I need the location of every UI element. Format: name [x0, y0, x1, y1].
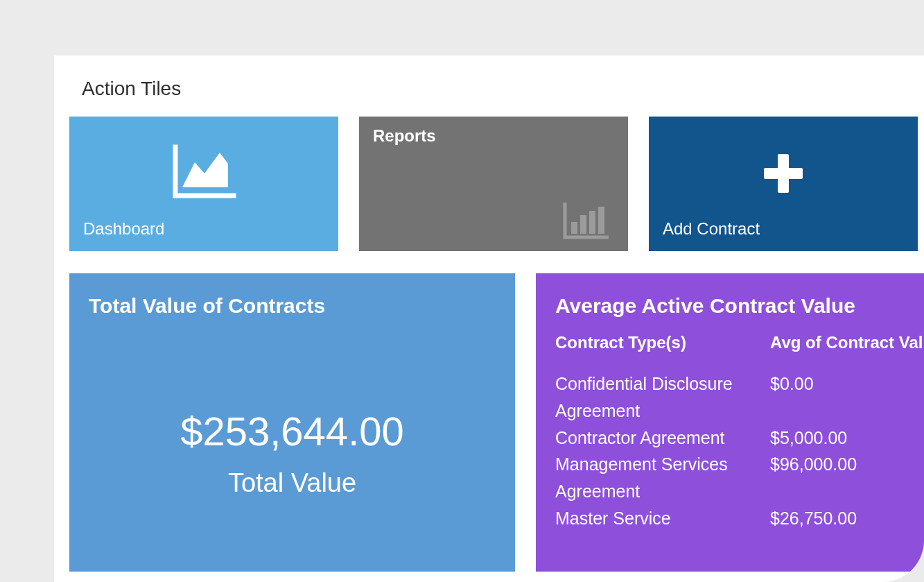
table-row: Confidential Disclosure Agreement $0.00	[555, 370, 905, 425]
reports-tile[interactable]: Reports	[359, 117, 628, 251]
stats-cards-row: Total Value of Contracts $253,644.00 Tot…	[54, 251, 924, 572]
total-value-amount: $253,644.00	[89, 408, 496, 454]
svg-rect-2	[589, 211, 595, 234]
svg-rect-3	[598, 207, 604, 234]
plus-icon	[761, 151, 805, 196]
add-contract-tile[interactable]: Add Contract	[649, 117, 918, 251]
action-tiles-row: Dashboard Reports	[54, 117, 924, 251]
section-title: Action Tiles	[54, 55, 924, 117]
row-value: $0.00	[770, 370, 905, 425]
row-value: $5,000.00	[770, 425, 905, 452]
table-row: Management Services Agreement $96,000.00	[555, 451, 905, 505]
row-type: Master Service	[555, 505, 770, 532]
area-chart-icon	[171, 144, 236, 203]
dashboard-tile[interactable]: Dashboard	[69, 117, 338, 251]
row-type: Contractor Agreement	[555, 425, 770, 452]
svg-rect-5	[764, 168, 803, 179]
table-row: Master Service $26,750.00	[555, 505, 905, 532]
avg-table-header: Contract Type(s) Avg of Contract Value	[555, 330, 905, 355]
svg-rect-1	[580, 215, 586, 234]
add-contract-tile-label: Add Contract	[663, 219, 760, 239]
total-value-label: Total Value	[89, 468, 496, 498]
dashboard-panel: Action Tiles Dashboard Reports	[54, 55, 924, 582]
bar-chart-icon	[563, 203, 609, 240]
column-header-type: Contract Type(s)	[555, 330, 770, 355]
avg-value-card: Average Active Contract Value Contract T…	[536, 273, 924, 572]
row-type: Management Services Agreement	[555, 451, 770, 505]
svg-rect-0	[571, 222, 577, 234]
column-header-value: Avg of Contract Value	[770, 330, 924, 355]
dashboard-tile-label: Dashboard	[83, 219, 164, 239]
row-type: Confidential Disclosure Agreement	[555, 370, 770, 425]
avg-table-body: Confidential Disclosure Agreement $0.00 …	[555, 370, 905, 532]
total-value-card: Total Value of Contracts $253,644.00 Tot…	[69, 273, 515, 572]
row-value: $96,000.00	[770, 451, 905, 505]
table-row: Contractor Agreement $5,000.00	[555, 425, 905, 452]
outer-frame: Action Tiles Dashboard Reports	[0, 0, 924, 582]
avg-value-title: Average Active Contract Value	[555, 294, 905, 318]
reports-tile-label: Reports	[373, 126, 614, 146]
row-value: $26,750.00	[770, 505, 905, 532]
total-value-title: Total Value of Contracts	[89, 294, 496, 318]
